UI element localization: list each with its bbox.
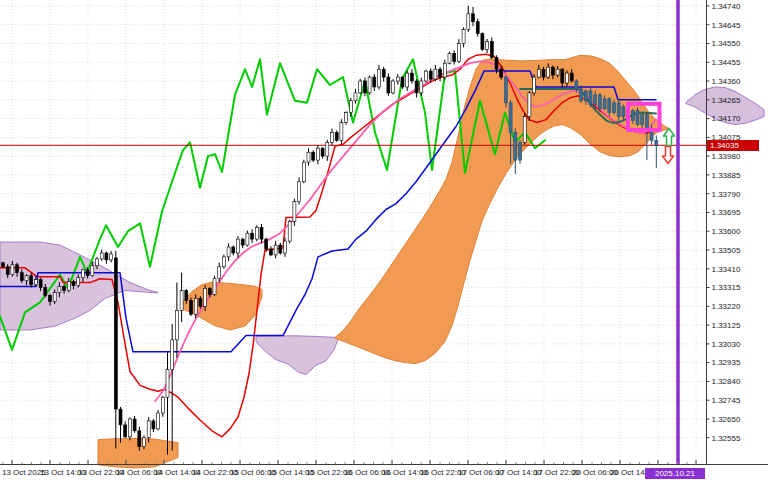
candle-body <box>537 69 540 77</box>
candle-body <box>63 287 66 291</box>
candle-body <box>316 148 319 160</box>
candle-body <box>434 69 437 79</box>
candle-body <box>331 132 334 142</box>
candle-body <box>392 81 395 93</box>
candle-body <box>528 93 531 117</box>
candle-body <box>415 81 418 93</box>
price-tick-label: 1.32840 <box>712 377 741 386</box>
current-price-badge: 1.34035 <box>707 140 759 151</box>
candle-body <box>462 30 465 44</box>
candle-body <box>194 298 197 314</box>
price-tick-label: 1.32745 <box>712 396 741 405</box>
price-tick-label: 1.34265 <box>712 96 741 105</box>
candle-body <box>655 140 658 145</box>
candle-body <box>406 73 409 87</box>
candle-body <box>77 278 80 286</box>
candle-body <box>180 291 183 311</box>
candle-body <box>561 69 564 83</box>
candle-body <box>251 233 254 239</box>
candle-body <box>575 81 578 89</box>
candle-body <box>542 69 545 77</box>
candle-body <box>396 77 399 81</box>
candle-body <box>185 291 188 301</box>
candle-body <box>504 77 507 103</box>
candle-body <box>401 77 404 87</box>
candle-body <box>6 267 9 275</box>
candle-body <box>86 270 89 276</box>
price-tick-label: 1.34645 <box>712 21 741 30</box>
candle-body <box>208 289 211 295</box>
candle-body <box>128 419 131 437</box>
candle-body <box>570 73 573 81</box>
candle-body <box>53 293 56 302</box>
candle-body <box>124 425 127 437</box>
candle-body <box>509 103 512 133</box>
candle-body <box>227 247 230 257</box>
price-tick-label: 1.32650 <box>712 415 741 424</box>
candle-body <box>213 279 216 295</box>
candle-body <box>410 73 413 81</box>
candle-body <box>67 282 70 291</box>
candle-body <box>218 267 221 279</box>
price-tick-label: 1.34455 <box>712 58 741 67</box>
candle-body <box>298 182 301 202</box>
candle-body <box>110 254 113 260</box>
candle-body <box>429 71 432 79</box>
candle-body <box>556 69 559 75</box>
candle-body <box>321 148 324 156</box>
candle-body <box>81 270 84 278</box>
candle-body <box>114 258 117 409</box>
candle-body <box>617 103 620 117</box>
candle-body <box>260 227 263 239</box>
candle-body <box>100 253 103 259</box>
candle-body <box>495 57 498 69</box>
candle-body <box>312 152 315 160</box>
candle-body <box>293 202 296 222</box>
candle-body <box>500 69 503 77</box>
candle-body <box>486 42 489 50</box>
down-arrow-icon <box>663 147 674 164</box>
candle-body <box>613 103 616 113</box>
candle-body <box>274 245 277 255</box>
price-tick-label: 1.33790 <box>712 190 741 199</box>
candle-body <box>453 53 456 61</box>
price-axis[interactable]: 1.347401.346451.345501.344551.343601.342… <box>706 2 741 443</box>
candle-body <box>255 227 258 239</box>
candle-body <box>49 296 52 302</box>
price-tick-label: 1.34360 <box>712 77 741 86</box>
candle-body <box>161 397 164 413</box>
candle-body <box>171 340 174 370</box>
candle-body <box>269 249 272 255</box>
candle-body <box>190 300 193 314</box>
candle-body <box>20 273 23 281</box>
candle-body <box>439 69 442 77</box>
candle-body <box>30 276 33 285</box>
trading-chart-window: 1.347401.346451.345501.344551.343601.342… <box>0 0 768 480</box>
candle-body <box>645 115 648 129</box>
candle-body <box>443 63 446 77</box>
candles-layer <box>2 6 658 455</box>
candle-body <box>288 221 291 241</box>
candle-body <box>119 409 122 425</box>
candle-body <box>232 247 235 253</box>
candle-body <box>481 34 484 50</box>
candle-body <box>96 259 99 266</box>
candle-body <box>566 73 569 83</box>
price-chart[interactable]: 1.347401.346451.345501.344551.343601.342… <box>0 0 768 480</box>
candle-body <box>382 69 385 77</box>
candle-body <box>641 115 644 125</box>
candle-body <box>420 81 423 93</box>
candle-body <box>72 282 75 286</box>
candle-body <box>143 438 146 447</box>
candle-body <box>25 276 28 281</box>
candle-body <box>359 81 362 93</box>
price-tick-label: 1.33410 <box>712 265 741 274</box>
candle-body <box>222 257 225 267</box>
candle-body <box>345 113 348 123</box>
price-tick-label: 1.33030 <box>712 340 741 349</box>
candle-body <box>340 123 343 141</box>
price-tick-label: 1.33885 <box>712 171 741 180</box>
candle-body <box>138 431 141 447</box>
candle-body <box>133 419 136 431</box>
candle-body <box>387 77 390 93</box>
